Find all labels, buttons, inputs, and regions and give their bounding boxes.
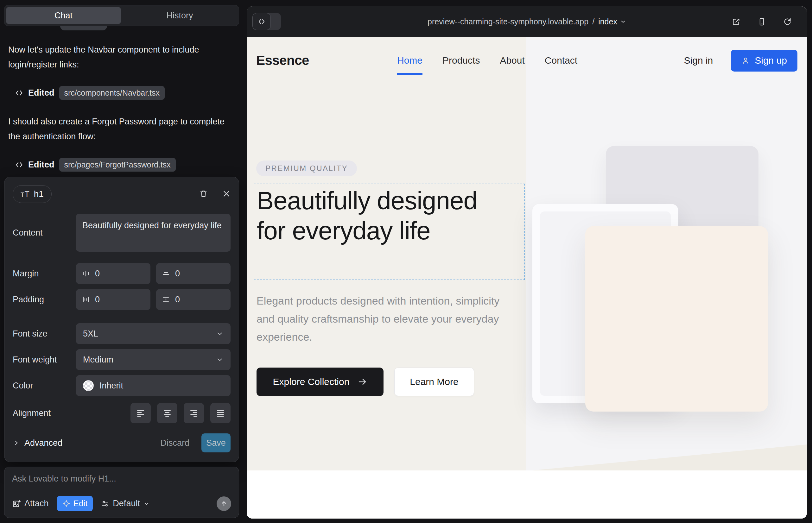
content-row: Content Beautifully designed for everyda… <box>13 214 231 252</box>
align-left-icon <box>136 409 145 418</box>
code-icon <box>15 89 23 97</box>
padding-x-input[interactable]: 0 <box>76 289 151 310</box>
edited-label: Edited <box>28 88 54 98</box>
premium-quality-badge: PREMIUM QUALITY <box>256 161 357 176</box>
type-icon: тT <box>21 190 30 199</box>
align-left-button[interactable] <box>130 403 151 423</box>
chevron-down-icon <box>620 19 626 25</box>
hero-cta-row: Explore Collection Learn More <box>257 367 474 396</box>
margin-label: Margin <box>13 269 76 278</box>
browser-bar: preview--charming-site-symphony.lovable.… <box>247 6 807 37</box>
padding-horizontal-icon <box>82 295 90 304</box>
delete-element-button[interactable] <box>199 189 208 199</box>
open-external-icon[interactable] <box>732 17 740 26</box>
model-selector[interactable]: Default <box>101 499 150 508</box>
font-weight-select[interactable]: Medium <box>76 349 231 370</box>
file-badge[interactable]: src/pages/ForgotPassword.tsx <box>59 158 176 172</box>
element-tag-badge: тT h1 <box>13 185 52 203</box>
url-separator: / <box>592 17 595 26</box>
align-right-button[interactable] <box>184 403 204 423</box>
margin-vertical-icon <box>162 269 170 278</box>
edit-mode-button[interactable]: Edit <box>57 496 93 511</box>
mobile-view-icon[interactable] <box>758 17 766 26</box>
nav-links: Home Products About Contact <box>397 55 577 66</box>
lovable-app: Chat History Now let's update the Navbar… <box>0 0 812 523</box>
chevron-down-icon <box>216 330 224 338</box>
margin-y-input[interactable]: 0 <box>156 263 231 284</box>
chat-messages[interactable]: Now let's update the Navbar component to… <box>4 26 239 177</box>
nav-link-home[interactable]: Home <box>397 55 422 66</box>
nav-link-products[interactable]: Products <box>442 55 480 66</box>
editor-footer: Advanced Discard Save <box>13 433 231 452</box>
site-preview: Essence Home Products About Contact Sign… <box>247 37 807 519</box>
element-tag: h1 <box>34 189 44 199</box>
code-icon <box>258 18 265 25</box>
chevron-down-icon <box>216 356 224 363</box>
save-button[interactable]: Save <box>201 433 231 452</box>
attach-button[interactable]: Attach <box>12 499 49 508</box>
preview-window: preview--charming-site-symphony.lovable.… <box>247 6 807 519</box>
attach-image-icon <box>12 499 21 508</box>
send-button[interactable] <box>217 497 231 511</box>
route-selector[interactable]: index <box>598 17 626 26</box>
chevron-right-icon <box>13 439 20 446</box>
hero-section: Essence Home Products About Contact Sign… <box>247 37 807 470</box>
selected-element-outline[interactable]: Beautifully designed for everyday life <box>254 184 525 280</box>
code-preview-toggle[interactable] <box>252 13 281 30</box>
align-justify-icon <box>216 409 225 418</box>
content-label: Content <box>13 228 76 238</box>
color-label: Color <box>13 381 76 391</box>
chat-sidebar: Chat History Now let's update the Navbar… <box>0 0 247 523</box>
nav-link-about[interactable]: About <box>500 55 525 66</box>
refresh-icon[interactable] <box>783 17 792 26</box>
sliders-icon <box>101 500 109 508</box>
auth-actions: Sign in Sign up <box>684 50 797 72</box>
discard-button[interactable]: Discard <box>160 438 189 448</box>
prompt-input[interactable] <box>12 474 231 484</box>
explore-collection-button[interactable]: Explore Collection <box>257 367 384 396</box>
close-editor-button[interactable] <box>222 190 231 199</box>
close-icon <box>222 190 231 198</box>
element-editor-panel: тT h1 Content Beautifull <box>4 177 239 462</box>
nav-link-contact[interactable]: Contact <box>545 55 577 66</box>
align-center-icon <box>163 409 172 418</box>
trash-icon <box>199 189 208 198</box>
file-badge[interactable]: src/components/Navbar.tsx <box>59 86 165 100</box>
tab-chat[interactable]: Chat <box>6 7 121 24</box>
color-row: Color Inherit <box>13 375 231 396</box>
padding-y-input[interactable]: 0 <box>156 289 231 310</box>
learn-more-button[interactable]: Learn More <box>394 367 474 396</box>
align-justify-button[interactable] <box>210 403 231 423</box>
site-navbar: Essence Home Products About Contact Sign… <box>247 37 807 84</box>
edited-file-row: Edited src/pages/ForgotPassword.tsx <box>15 158 239 172</box>
preview-url: preview--charming-site-symphony.lovable.… <box>427 17 588 26</box>
transparent-swatch-icon <box>83 380 94 391</box>
advanced-toggle[interactable]: Advanced <box>13 438 63 448</box>
sign-in-link[interactable]: Sign in <box>684 55 713 66</box>
sign-up-button[interactable]: Sign up <box>731 50 797 72</box>
padding-label: Padding <box>13 295 76 305</box>
clipped-badge <box>60 26 107 30</box>
font-size-select[interactable]: 5XL <box>76 323 231 344</box>
content-input[interactable]: Beautifully designed for everyday life <box>76 214 231 252</box>
align-center-button[interactable] <box>157 403 177 423</box>
edited-file-row: Edited src/components/Navbar.tsx <box>15 86 239 100</box>
font-size-label: Font size <box>13 329 76 339</box>
site-logo[interactable]: Essence <box>256 53 309 68</box>
chat-message: Now let's update the Navbar component to… <box>8 42 230 72</box>
font-size-row: Font size 5XL <box>13 323 231 344</box>
hero-headline[interactable]: Beautifully designed for everyday life <box>257 185 485 246</box>
alignment-label: Alignment <box>13 409 76 418</box>
address-bar: preview--charming-site-symphony.lovable.… <box>247 6 807 37</box>
code-icon <box>15 161 23 169</box>
chat-message: I should also create a Forgot Password p… <box>8 114 230 144</box>
tab-history[interactable]: History <box>122 7 237 24</box>
margin-x-input[interactable]: 0 <box>76 263 151 284</box>
decor-card-cream <box>585 226 768 412</box>
color-select[interactable]: Inherit <box>76 375 231 396</box>
crosshair-icon <box>63 500 70 507</box>
composer: Attach Edit Default <box>4 467 239 518</box>
editor-header: тT h1 <box>13 185 231 203</box>
font-weight-row: Font weight Medium <box>13 349 231 370</box>
margin-horizontal-icon <box>82 269 90 278</box>
